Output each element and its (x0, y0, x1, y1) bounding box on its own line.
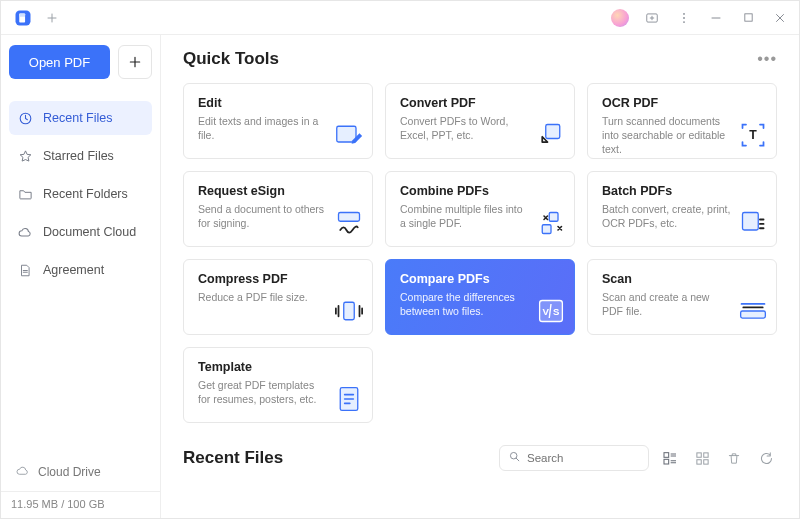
svg-text:V: V (543, 306, 550, 317)
card-title: Template (198, 360, 360, 374)
svg-rect-27 (696, 459, 700, 463)
tool-card-compress-pdf[interactable]: Compress PDF Reduce a PDF file size. (183, 259, 373, 335)
sidebar-item-label: Document Cloud (43, 225, 136, 239)
svg-rect-26 (703, 452, 707, 456)
nav: Recent Files Starred Files Recent Folder… (9, 101, 152, 287)
card-desc: Compare the differences between two file… (400, 290, 530, 318)
scan-icon (738, 296, 768, 326)
svg-rect-23 (664, 453, 669, 458)
card-desc: Reduce a PDF file size. (198, 290, 328, 304)
edit-icon (334, 120, 364, 150)
svg-rect-12 (339, 213, 360, 222)
card-desc: Batch convert, create, print, OCR PDFs, … (602, 202, 732, 230)
svg-text:T: T (749, 128, 757, 142)
open-pdf-button[interactable]: Open PDF (9, 45, 110, 79)
tool-card-compare-pdfs[interactable]: Compare PDFs Compare the differences bet… (385, 259, 575, 335)
card-desc: Edit texts and images in a file. (198, 114, 328, 142)
template-icon (334, 384, 364, 414)
svg-rect-10 (546, 125, 560, 139)
sidebar-item-label: Agreement (43, 263, 104, 277)
search-input[interactable] (527, 452, 640, 464)
delete-button[interactable] (723, 447, 745, 469)
card-desc: Get great PDF templates for resumes, pos… (198, 378, 328, 406)
sidebar-item-document-cloud[interactable]: Document Cloud (9, 215, 152, 249)
quick-tools-title: Quick Tools (183, 49, 279, 69)
card-title: Scan (602, 272, 764, 286)
svg-point-5 (683, 17, 685, 19)
recent-files-toolbar (499, 445, 777, 471)
sidebar-item-label: Recent Folders (43, 187, 128, 201)
window-minimize-button[interactable] (701, 4, 731, 32)
main: Open PDF Recent Files Starred Files Rece… (1, 35, 799, 518)
sidebar: Open PDF Recent Files Starred Files Rece… (1, 35, 161, 518)
card-title: OCR PDF (602, 96, 764, 110)
list-view-button[interactable] (659, 447, 681, 469)
convert-icon (536, 120, 566, 150)
combine-icon (536, 208, 566, 238)
avatar-icon (611, 9, 629, 27)
document-icon (17, 262, 33, 278)
svg-rect-16 (344, 302, 355, 320)
folder-icon (17, 186, 33, 202)
tool-card-combine-pdfs[interactable]: Combine PDFs Combine multiple files into… (385, 171, 575, 247)
svg-rect-9 (337, 126, 356, 142)
search-icon (508, 449, 521, 467)
window-close-button[interactable] (765, 4, 795, 32)
create-pdf-button[interactable] (118, 45, 152, 79)
svg-rect-24 (664, 459, 669, 464)
svg-rect-14 (542, 225, 551, 234)
tool-card-convert-pdf[interactable]: Convert PDF Convert PDFs to Word, Excel,… (385, 83, 575, 159)
quick-tools-header: Quick Tools ••• (183, 49, 777, 69)
refresh-button[interactable] (755, 447, 777, 469)
svg-rect-15 (743, 213, 759, 231)
tool-card-request-esign[interactable]: Request eSign Send a document to others … (183, 171, 373, 247)
card-title: Convert PDF (400, 96, 562, 110)
titlebar (1, 1, 799, 35)
storage-usage: 11.95 MB / 100 GB (1, 491, 160, 514)
tool-card-ocr-pdf[interactable]: OCR PDF Turn scanned documents into sear… (587, 83, 777, 159)
quick-tools-grid: Edit Edit texts and images in a file. Co… (183, 83, 777, 423)
ocr-icon: T (738, 120, 768, 150)
cloud-drive-link[interactable]: Cloud Drive (9, 459, 152, 485)
card-desc: Combine multiple files into a single PDF… (400, 202, 530, 230)
window-maximize-button[interactable] (733, 4, 763, 32)
tool-card-scan[interactable]: Scan Scan and create a new PDF file. (587, 259, 777, 335)
search-box[interactable] (499, 445, 649, 471)
tool-card-edit[interactable]: Edit Edit texts and images in a file. (183, 83, 373, 159)
avatar-button[interactable] (605, 4, 635, 32)
app-menu-button[interactable] (669, 4, 699, 32)
plus-icon (128, 55, 142, 69)
sidebar-item-recent-files[interactable]: Recent Files (9, 101, 152, 135)
card-title: Combine PDFs (400, 184, 562, 198)
sidebar-item-starred-files[interactable]: Starred Files (9, 139, 152, 173)
compare-icon: VS (536, 296, 566, 326)
card-desc: Send a document to others for signing. (198, 202, 328, 230)
app-logo (9, 4, 37, 32)
svg-rect-25 (696, 452, 700, 456)
svg-rect-2 (19, 13, 25, 16)
cloud-icon (17, 224, 33, 240)
batch-icon (738, 208, 768, 238)
tool-card-batch-pdfs[interactable]: Batch PDFs Batch convert, create, print,… (587, 171, 777, 247)
titlebar-right (605, 4, 795, 32)
recent-files-header: Recent Files (183, 445, 777, 471)
svg-point-6 (683, 21, 685, 23)
card-title: Batch PDFs (602, 184, 764, 198)
svg-rect-28 (703, 459, 707, 463)
card-desc: Turn scanned documents into searchable o… (602, 114, 732, 157)
quick-tools-more-button[interactable]: ••• (757, 50, 777, 68)
cloud-icon (15, 463, 30, 481)
star-icon (17, 148, 33, 164)
open-row: Open PDF (9, 45, 152, 79)
tool-card-template[interactable]: Template Get great PDF templates for res… (183, 347, 373, 423)
cloud-drive-label: Cloud Drive (38, 465, 101, 479)
svg-rect-13 (549, 213, 558, 222)
new-tab-button[interactable] (41, 7, 63, 29)
grid-view-button[interactable] (691, 447, 713, 469)
sidebar-item-recent-folders[interactable]: Recent Folders (9, 177, 152, 211)
sidebar-item-agreement[interactable]: Agreement (9, 253, 152, 287)
svg-rect-7 (744, 14, 751, 21)
window-icon-button[interactable] (637, 4, 667, 32)
esign-icon (334, 208, 364, 238)
titlebar-left (5, 4, 63, 32)
